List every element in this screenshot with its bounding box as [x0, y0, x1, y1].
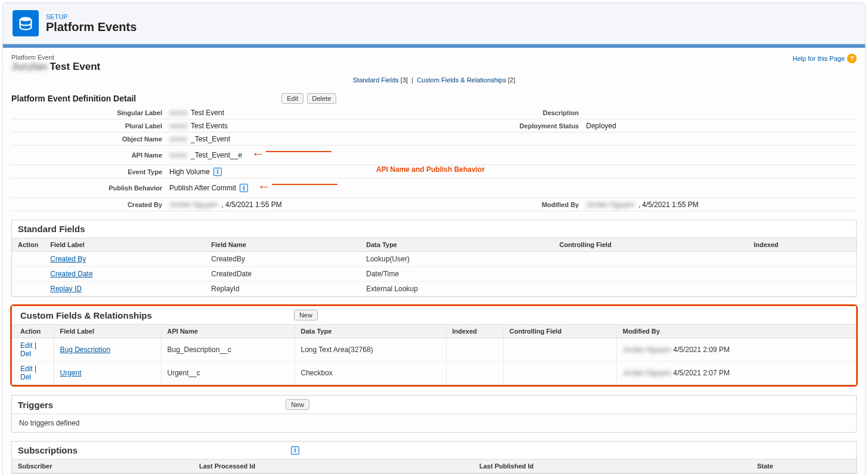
detail-heading: Platform Event Definition Detail [11, 94, 136, 103]
info-icon[interactable]: i [291, 446, 299, 455]
custom-fields-title: Custom Fields & Relationships [20, 310, 152, 320]
new-trigger-button[interactable]: New [286, 399, 309, 410]
record-type-label: Platform Event [11, 54, 100, 61]
field-link[interactable]: Urgent [60, 369, 82, 377]
table-row: Edit | Del Urgent Urgent__c Checkbox Jor… [12, 362, 856, 385]
field-link[interactable]: Created Date [50, 270, 92, 278]
record-title: Jurylan Test Event [11, 61, 100, 73]
help-link[interactable]: Help for this Page ? [793, 54, 857, 63]
setup-header: SETUP Platform Events [3, 3, 865, 44]
header-title: Platform Events [46, 20, 137, 34]
anchor-links: Standard Fields [3] | Custom Fields & Re… [11, 76, 857, 84]
help-icon: ? [847, 54, 857, 63]
new-field-button[interactable]: New [294, 310, 318, 320]
triggers-title: Triggers [18, 400, 53, 410]
custom-fields-table: Action Field Label API Name Data Type In… [12, 325, 856, 385]
field-link[interactable]: Replay ID [50, 285, 82, 293]
delete-button[interactable]: Delete [307, 93, 337, 104]
arrow-annotation-icon [252, 146, 265, 162]
annotation-text: API Name and Publish Behavior [376, 165, 485, 174]
header-eyebrow: SETUP [46, 13, 137, 20]
edit-button[interactable]: Edit [281, 93, 303, 104]
arrow-annotation-icon [258, 179, 271, 195]
anchor-standard-fields[interactable]: Standard Fields [353, 76, 399, 84]
subscriptions-table: Subscriber Last Processed Id Last Publis… [12, 459, 856, 473]
subscriptions-title: Subscriptions [18, 445, 78, 455]
table-row: Created ByCreatedByLookup(User) [12, 252, 856, 267]
info-icon[interactable]: i [240, 184, 248, 192]
field-link[interactable]: Created By [50, 255, 86, 263]
edit-link[interactable]: Edit [20, 365, 33, 373]
subscriptions-section: Subscriptions i Subscriber Last Processe… [11, 441, 857, 474]
field-link[interactable]: Bug Description [60, 346, 111, 354]
standard-fields-section: Standard Fields Action Field Label Field… [11, 220, 857, 297]
standard-fields-table: Action Field Label Field Name Data Type … [12, 238, 856, 297]
standard-fields-title: Standard Fields [18, 224, 85, 234]
detail-table: Singular LabelxxxxxTest Event Descriptio… [11, 106, 857, 211]
platform-events-icon [13, 10, 39, 36]
svg-point-0 [20, 17, 32, 21]
del-link[interactable]: Del [20, 350, 31, 358]
triggers-section: Triggers New No triggers defined [11, 395, 857, 433]
info-icon[interactable]: i [213, 168, 222, 176]
del-link[interactable]: Del [20, 373, 31, 381]
custom-fields-highlight: Custom Fields & Relationships New Action… [10, 304, 858, 387]
triggers-empty: No triggers defined [12, 414, 856, 432]
edit-link[interactable]: Edit [20, 341, 33, 350]
table-row: Replay IDReplayIdExternal Lookup [12, 282, 856, 297]
table-row: Edit | Del Bug Description Bug_Descripti… [12, 338, 856, 362]
table-row: Created DateCreatedDateDate/Time [12, 267, 856, 282]
custom-fields-section: Custom Fields & Relationships New Action… [12, 306, 856, 385]
anchor-custom-fields[interactable]: Custom Fields & Relationships [417, 76, 506, 84]
